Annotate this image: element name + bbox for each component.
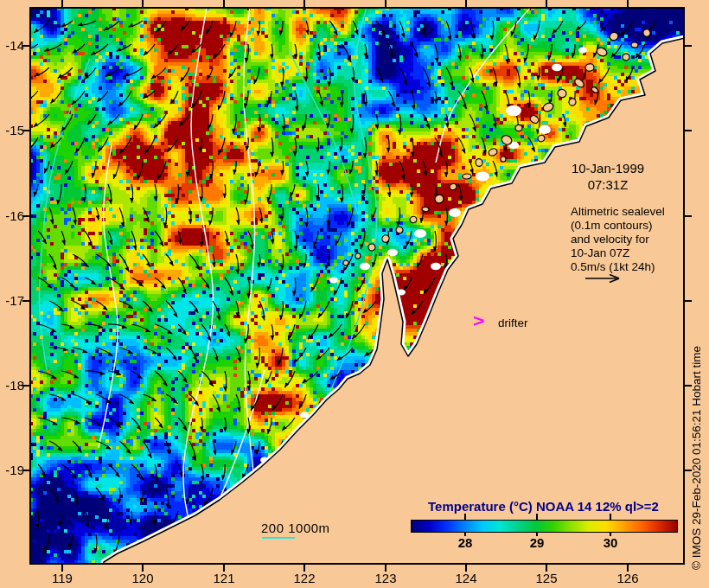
colorbar-tick-label: 28: [452, 535, 478, 550]
cloud-patch: [414, 229, 426, 238]
island: [622, 53, 629, 61]
island: [515, 125, 523, 131]
island: [573, 77, 585, 88]
colorbar-tick-mark: [610, 514, 611, 520]
x-tick-label: 126: [609, 571, 647, 585]
x-tick-label: 121: [205, 571, 243, 585]
cloud-patch: [578, 48, 587, 54]
cloud-patch: [397, 290, 406, 296]
island: [584, 63, 594, 72]
land-mass: [104, 38, 685, 565]
x-tick-top: [385, 0, 386, 7]
credit-text: © IMOS 29-Feb-2020 01:56:21 Hobart time: [689, 8, 704, 570]
x-tick-top: [223, 0, 225, 7]
time-label: 07:31Z: [558, 176, 658, 193]
drifter-marker-icon: >: [473, 311, 484, 331]
altimetry-note-line: 10-Jan 07Z: [571, 246, 665, 260]
cloud-patch: [431, 263, 441, 270]
altimetry-note-line: (0.1m contours): [571, 219, 665, 233]
island: [342, 259, 350, 267]
coastline-land-overlay: [29, 7, 685, 565]
island: [488, 147, 498, 157]
island: [422, 207, 430, 212]
island: [596, 46, 609, 57]
y-tick-label: -18: [0, 379, 24, 393]
x-tick-top: [465, 0, 467, 7]
x-tick-top: [142, 0, 144, 7]
island: [449, 182, 457, 191]
drifter-label: drifter: [498, 316, 528, 329]
cloud-patch: [476, 171, 489, 181]
island: [355, 253, 361, 259]
island: [367, 243, 376, 252]
island: [500, 156, 506, 162]
velocity-scale-arrow-icon: [584, 272, 624, 284]
cloud-patch: [300, 412, 309, 419]
cloud-patch: [360, 263, 370, 270]
island: [380, 233, 390, 243]
island: [609, 31, 620, 42]
cloud-patch: [539, 125, 551, 134]
x-tick-top: [627, 0, 629, 7]
colorbar-tick-mark: [536, 514, 538, 520]
island: [568, 98, 577, 106]
island: [537, 134, 546, 142]
y-tick-label: -19: [0, 463, 24, 477]
bathymetry-legend-label: 200 1000m: [261, 521, 330, 535]
sst-map-figure: 119120121122123124125126-14-15-16-17-18-…: [0, 0, 709, 588]
island: [409, 215, 418, 223]
x-tick-top: [303, 0, 305, 7]
y-tick-label: -15: [0, 124, 24, 137]
x-tick-top: [546, 0, 547, 7]
cloud-patch: [449, 208, 461, 217]
x-tick-label: 123: [367, 571, 405, 585]
x-tick-top: [61, 0, 63, 7]
island: [463, 174, 471, 179]
x-tick-label: 124: [447, 571, 485, 585]
island: [529, 114, 540, 125]
cloud-patch: [506, 105, 521, 117]
island: [434, 194, 444, 204]
x-tick-label: 125: [527, 571, 565, 585]
island: [395, 226, 404, 234]
altimetry-note-line: and velocity for: [571, 233, 665, 246]
y-tick-label: -17: [0, 294, 24, 308]
temperature-colorbar: [411, 520, 678, 533]
altimetry-note: Altimetric sealevel(0.1m contours)and ve…: [571, 205, 665, 274]
colorbar-tick-label: 30: [597, 535, 623, 550]
timestamp-annotation: 10-Jan-1999 07:31Z: [558, 160, 658, 193]
island: [631, 42, 639, 48]
island: [642, 28, 652, 37]
island: [542, 101, 555, 112]
colorbar-tick-label: 29: [524, 535, 550, 550]
altimetry-note-line: Altimetric sealevel: [571, 205, 665, 219]
bathymetry-200m-contour-sample: [262, 537, 295, 539]
island: [591, 86, 599, 93]
island: [557, 88, 567, 99]
x-tick-label: 120: [124, 571, 162, 585]
y-tick-label: -14: [0, 39, 24, 53]
x-tick-label: 122: [285, 571, 323, 585]
cloud-patch: [329, 278, 338, 284]
colorbar-tick-mark: [464, 514, 466, 520]
island: [475, 158, 482, 167]
date-label: 10-Jan-1999: [558, 160, 658, 176]
x-tick-label: 119: [43, 571, 81, 585]
cloud-patch: [387, 249, 398, 256]
cloud-patch: [552, 64, 562, 71]
colorbar-title: Temperature (°C) NOAA 14 12% ql>=2: [411, 499, 676, 514]
y-tick-label: -16: [0, 209, 24, 223]
